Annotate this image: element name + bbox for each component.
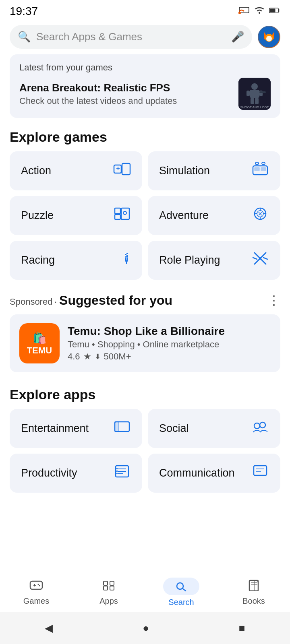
svg-rect-4	[270, 9, 276, 12]
search-bar[interactable]: 🔍 Search Apps & Games 🎤	[10, 25, 252, 49]
explore-games-title: Explore games	[0, 126, 290, 151]
latest-games-card[interactable]: Latest from your games Arena Breakout: R…	[10, 54, 280, 118]
category-adventure[interactable]: Adventure	[148, 196, 280, 235]
action-icon	[113, 162, 131, 180]
latest-games-label: Latest from your games	[19, 62, 271, 73]
category-action[interactable]: Action	[10, 151, 142, 190]
svg-rect-77	[104, 586, 108, 590]
sys-home-button[interactable]: ●	[143, 622, 149, 634]
latest-game-subtitle: Check out the latest videos and updates	[19, 96, 177, 106]
svg-rect-75	[104, 581, 108, 585]
category-puzzle[interactable]: Puzzle	[10, 196, 142, 235]
explore-apps-section: Explore apps Entertainment Social	[0, 384, 290, 506]
category-productivity-label: Productivity	[21, 467, 77, 479]
category-simulation[interactable]: Simulation	[148, 151, 280, 190]
racing-icon	[113, 251, 131, 269]
status-bar: 19:37	[0, 0, 290, 21]
category-racing-label: Racing	[21, 254, 55, 266]
role-playing-icon	[251, 251, 269, 269]
svg-rect-70	[30, 581, 42, 589]
ad-name: Temu: Shop Like a Billionaire	[68, 325, 271, 338]
category-communication-label: Communication	[159, 467, 235, 479]
svg-rect-66	[116, 473, 118, 474]
games-category-grid: Action Simulation Puzzle	[0, 151, 290, 289]
category-role-playing[interactable]: Role Playing	[148, 241, 280, 280]
ad-card-temu[interactable]: 🛍️ TEMU Temu: Shop Like a Billionaire Te…	[10, 314, 280, 372]
more-options-icon[interactable]: ⋮	[267, 293, 280, 308]
ad-meta: Temu • Shopping • Online marketplace	[68, 339, 271, 350]
svg-point-59	[260, 422, 265, 428]
adventure-icon	[251, 206, 269, 225]
sys-recent-button[interactable]: ■	[239, 622, 245, 634]
ad-rating: 4.6 ★ ⬇ 500M+	[68, 351, 271, 362]
category-adventure-label: Adventure	[159, 209, 209, 222]
cast-icon	[238, 6, 250, 17]
puzzle-icon	[113, 206, 131, 225]
bottom-nav: Games Apps Search	[0, 571, 290, 612]
nav-books[interactable]: Books	[218, 579, 290, 606]
svg-point-73	[38, 584, 39, 585]
svg-point-27	[262, 162, 265, 165]
svg-rect-67	[254, 466, 267, 475]
social-icon	[251, 419, 269, 438]
svg-point-2	[259, 12, 260, 14]
svg-rect-47	[126, 254, 128, 255]
wifi-icon	[254, 6, 265, 17]
productivity-icon	[113, 464, 131, 482]
status-icons	[238, 6, 280, 17]
svg-point-9	[266, 36, 272, 41]
svg-point-26	[255, 162, 259, 165]
nav-apps[interactable]: Apps	[72, 579, 145, 606]
category-social[interactable]: Social	[148, 409, 280, 448]
svg-rect-29	[115, 215, 120, 219]
category-productivity[interactable]: Productivity	[10, 454, 142, 493]
svg-rect-20	[122, 163, 130, 175]
svg-point-31	[123, 211, 126, 215]
svg-line-80	[182, 588, 186, 591]
avatar[interactable]	[258, 26, 280, 48]
suggested-title: Suggested for you	[59, 293, 172, 308]
download-icon: ⬇	[95, 352, 101, 361]
nav-games[interactable]: Games	[0, 579, 72, 606]
nav-books-icon	[247, 579, 261, 594]
temu-logo-icon: 🛍️	[33, 331, 47, 345]
category-simulation-label: Simulation	[159, 165, 210, 177]
category-action-label: Action	[21, 165, 51, 177]
category-entertainment[interactable]: Entertainment	[10, 409, 142, 448]
nav-games-label: Games	[23, 597, 49, 606]
latest-game-info: Arena Breakout: Realistic FPS Check out …	[19, 82, 177, 106]
nav-search[interactable]: Search	[145, 578, 218, 607]
entertainment-icon	[113, 419, 131, 438]
latest-game-item[interactable]: Arena Breakout: Realistic FPS Check out …	[19, 78, 271, 110]
sys-back-button[interactable]: ◀	[45, 622, 53, 634]
svg-rect-17	[259, 91, 266, 93]
svg-point-54	[259, 257, 261, 260]
category-role-playing-label: Role Playing	[159, 254, 220, 266]
ad-rating-value: 4.6	[68, 351, 80, 362]
svg-rect-43	[126, 262, 127, 264]
svg-rect-65	[116, 471, 118, 472]
svg-rect-44	[125, 253, 126, 254]
nav-games-icon	[29, 579, 43, 594]
svg-rect-56	[115, 422, 119, 431]
nav-search-label: Search	[168, 598, 194, 607]
search-icon: 🔍	[18, 31, 31, 43]
ad-downloads: 500M+	[104, 351, 131, 362]
svg-line-52	[253, 258, 257, 259]
category-puzzle-label: Puzzle	[21, 209, 54, 222]
svg-rect-15	[251, 98, 254, 104]
svg-rect-12	[250, 90, 259, 98]
category-communication[interactable]: Communication	[148, 454, 280, 493]
status-time: 19:37	[10, 5, 38, 18]
svg-point-58	[254, 423, 260, 429]
battery-icon	[269, 6, 280, 17]
svg-rect-30	[121, 208, 129, 219]
svg-rect-25	[261, 167, 266, 171]
svg-rect-76	[110, 581, 114, 585]
ad-info: Temu: Shop Like a Billionaire Temu • Sho…	[68, 325, 271, 362]
category-racing[interactable]: Racing	[10, 241, 142, 280]
mic-icon[interactable]: 🎤	[231, 31, 244, 43]
svg-line-53	[263, 258, 267, 259]
category-entertainment-label: Entertainment	[21, 422, 89, 435]
svg-rect-78	[110, 586, 114, 590]
